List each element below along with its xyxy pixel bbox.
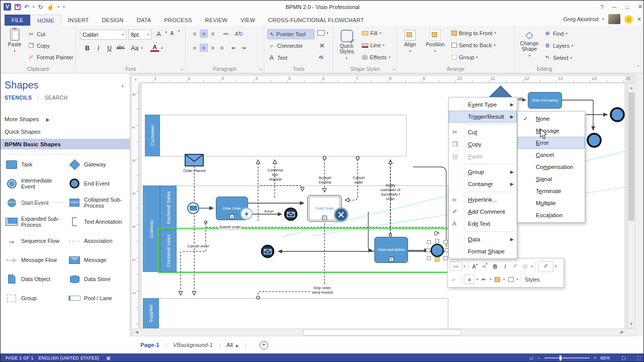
styles-label[interactable]: Styles	[525, 277, 540, 283]
text-tool-button[interactable]: AText	[268, 54, 287, 61]
ribbon-tab[interactable]: REVIEW	[198, 15, 234, 26]
status-page-count[interactable]: PAGE 1 OF 1	[6, 355, 34, 360]
stencil-shape[interactable]: Task	[3, 155, 65, 174]
presentation-mode-icon[interactable]: ▭	[529, 355, 534, 360]
scroll-down-icon[interactable]: ▼	[628, 320, 635, 328]
connection-point-button[interactable]: ✕	[319, 42, 325, 49]
bpmn-task[interactable]: Close and deliver +	[374, 237, 408, 263]
bullets-button[interactable]: ≔	[222, 30, 230, 38]
fill-button[interactable]: Fill▾	[362, 30, 381, 36]
stencil-shape[interactable]: Start Event	[3, 193, 65, 212]
align-middle-button[interactable]: ≡	[200, 30, 208, 38]
submenu-item[interactable]: ✓ Terminate	[518, 185, 585, 197]
send-to-back-button[interactable]	[507, 275, 515, 284]
text-align-button[interactable]: ≡	[464, 275, 475, 284]
ribbon-tab[interactable]: CROSS-FUNCTIONAL FLOWCHART	[262, 15, 370, 26]
rotate-shape-button[interactable]: ⟲	[318, 54, 323, 61]
lane-header[interactable]: Customer	[145, 115, 160, 156]
touch-dropdown-icon[interactable]: ▾	[58, 5, 60, 9]
quick-styles-button[interactable]: Quick Styles▾	[336, 30, 358, 61]
account-dropdown-icon[interactable]: ▾	[602, 17, 604, 21]
vertical-scroll-thumb[interactable]	[628, 93, 634, 221]
context-menu-item[interactable]: ✓ ▶	[449, 162, 517, 166]
stencil-shape[interactable]: → Sequence Flow	[3, 231, 65, 250]
submenu-item[interactable]: ✓ Compensation	[518, 161, 585, 173]
align-button[interactable]: Align▾	[400, 30, 420, 54]
context-menu-item[interactable]: ✓ Trigger/Result ▶	[449, 111, 517, 123]
page-filter-all[interactable]: All▲	[226, 342, 239, 348]
account-name[interactable]: Greg Akselrod	[564, 16, 599, 22]
scroll-up-icon[interactable]: ▲	[628, 84, 635, 92]
group-button[interactable]: Group▾	[451, 54, 478, 60]
scroll-left-icon[interactable]: ◀	[133, 329, 140, 336]
lane-header[interactable]: Backend Sales	[160, 186, 177, 229]
stencil-shape[interactable]: Intermediate Event	[3, 174, 65, 193]
strikethrough-button[interactable]: abc	[116, 45, 125, 50]
align-top-button[interactable]: ≡	[191, 30, 199, 38]
context-menu-item[interactable]: ✓ ▶	[449, 190, 517, 194]
cut-button[interactable]: ✂Cut	[28, 31, 45, 38]
stencil-shape[interactable]: ···· Association	[65, 231, 128, 250]
select-button[interactable]: ↖Select▾	[544, 54, 572, 61]
stencil-shape[interactable]: Expanded Sub-Process	[3, 212, 65, 231]
submenu-item[interactable]: ✓ None	[518, 113, 585, 125]
horizontal-scroll-thumb[interactable]	[303, 329, 461, 335]
change-shape-button[interactable]: ◇Change Shape▾	[517, 30, 542, 58]
grow-font-button[interactable]: A▴	[154, 31, 167, 38]
undo-dropdown-icon[interactable]: ▾	[33, 5, 35, 9]
shrink-font-button[interactable]: A▾	[481, 261, 490, 271]
fit-page-icon[interactable]: ▢	[621, 355, 626, 360]
stencil-shape[interactable]: End Event	[65, 174, 128, 193]
submenu-item[interactable]: ✓ Escalation	[518, 209, 585, 221]
zoom-in-button[interactable]: +	[594, 355, 596, 360]
stencil-shape[interactable]: Data Object	[3, 269, 65, 289]
bring-to-front-button[interactable]: Bring to Front▾	[451, 30, 496, 36]
align-shapes-button[interactable]: ⇤	[480, 275, 489, 284]
stencil-shape[interactable]: Text Annotation	[65, 212, 128, 231]
zoom-slider-thumb[interactable]	[559, 355, 561, 360]
ribbon-tab[interactable]: PROCESS	[157, 15, 198, 26]
align-center-button[interactable]: ≡	[200, 44, 208, 52]
context-menu-item[interactable]: ✂ ✓ Cut ▶	[449, 126, 517, 138]
bold-button[interactable]: B	[83, 45, 92, 52]
submenu-item[interactable]: ✓ Multiple	[518, 197, 585, 209]
shrink-font-button[interactable]: A▾	[168, 31, 180, 36]
minimize-button[interactable]: ─	[612, 4, 616, 10]
lane-header[interactable]: Supplier	[143, 298, 159, 328]
send-to-back-button[interactable]: Send to Back▾	[451, 42, 496, 48]
align-bottom-button[interactable]: ≡	[209, 30, 217, 38]
context-menu-item[interactable]: ∞ ✓ Hyperlink... ▶	[449, 194, 517, 206]
font-name-select[interactable]: Calibri▾	[80, 30, 126, 40]
lane-header[interactable]: Contoso	[143, 186, 160, 272]
effects-button[interactable]: Effects▾	[362, 54, 390, 60]
lane-header[interactable]: Frontend sales	[160, 229, 177, 272]
tab-file[interactable]: FILE	[5, 15, 30, 26]
help-button[interactable]: ?	[600, 4, 603, 10]
zoom-slider[interactable]	[544, 357, 590, 358]
increase-indent-button[interactable]: ⇥	[239, 44, 247, 52]
context-menu-item[interactable]: ✓ ▶	[449, 123, 517, 126]
stencil-bpmn-basic-shapes[interactable]: BPMN Basic Shapes	[1, 139, 130, 149]
format-painter-icon[interactable]: ✐	[511, 261, 520, 271]
redo-button[interactable]: ↻	[38, 4, 43, 10]
close-pane-icon[interactable]: ✕	[637, 16, 641, 23]
paste-button[interactable]: Paste▾	[5, 29, 25, 54]
status-language[interactable]: ENGLISH (UNITED STATES)	[39, 355, 99, 360]
bpmn-task[interactable]: Order from factory +	[528, 92, 562, 109]
submenu-item[interactable]: ✓ Error	[518, 137, 585, 149]
avatar[interactable]	[608, 14, 620, 24]
italic-button[interactable]: I	[501, 261, 510, 271]
ribbon-tab[interactable]: DATA	[130, 15, 158, 26]
stencil-shape[interactable]: Group	[3, 289, 65, 308]
context-menu-item[interactable]: ▤ ✓ Paste ▶	[449, 150, 517, 162]
stencil-shape[interactable]: Message	[65, 250, 128, 269]
page-tab-page1[interactable]: Page-1	[140, 342, 159, 348]
find-button[interactable]: ⊕Find▾	[544, 30, 568, 37]
connector-button[interactable]: ⌐Connector	[268, 42, 303, 49]
horizontal-scrollbar[interactable]: ◀ ▶	[132, 328, 635, 336]
feedback-smiley-icon[interactable]: ☺	[624, 15, 633, 24]
customize-qat-icon[interactable]: ▾	[63, 5, 65, 9]
whole-page-icon[interactable]: ⿴	[637, 355, 641, 361]
touch-mode-button[interactable]: ☝	[47, 4, 54, 10]
ribbon-tab[interactable]: DESIGN	[95, 15, 130, 26]
